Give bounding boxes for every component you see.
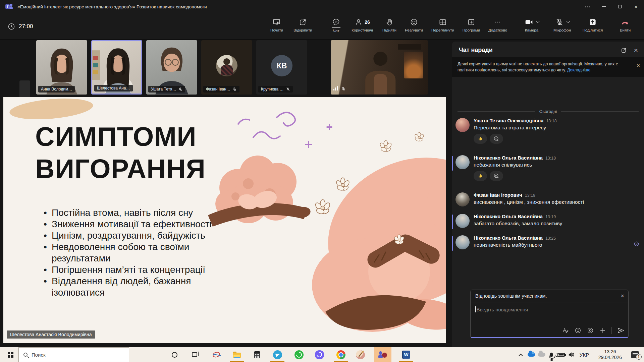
tray-cloud-app[interactable] <box>537 347 546 362</box>
participant-avatar-photo <box>216 55 237 76</box>
participant-tile-anna[interactable]: Анна Володим… <box>36 40 87 95</box>
message-input[interactable]: Введіть повідомлення <box>471 302 628 337</box>
leave-button[interactable]: Вийти <box>613 16 637 32</box>
taskbar-app-telegram[interactable] <box>269 347 285 362</box>
chat-button[interactable]: Чат <box>326 16 346 33</box>
participant-name: Анна Володим… <box>41 87 72 92</box>
slide-bullet: Цинізм, роздратування, байдужість <box>41 230 224 241</box>
toolbar-separator <box>323 21 323 34</box>
notification-badge: 1 <box>636 354 642 360</box>
calculator-icon <box>254 351 260 358</box>
maximize-icon <box>618 5 622 8</box>
participant-tile-fazan[interactable]: Фазан Іван… <box>201 40 252 95</box>
dismiss-reply-banner-icon[interactable]: × <box>621 293 624 299</box>
message-input-placeholder: Введіть повідомлення <box>477 307 528 312</box>
taskbar-search[interactable]: Поиск <box>18 347 129 362</box>
taskbar-app-whatsapp[interactable] <box>291 347 307 362</box>
chrome-icon <box>336 350 345 359</box>
notification-center-button[interactable]: 1 <box>629 347 641 362</box>
message-author: Фазан Іван Ігорович <box>474 192 522 198</box>
tray-show-hidden-icons[interactable] <box>517 347 525 362</box>
thumbs-up-reaction[interactable] <box>474 171 487 181</box>
participant-tile-krupnova[interactable]: КВ Крупнова … <box>256 40 307 95</box>
apps-button[interactable]: Програми <box>459 16 484 33</box>
titlebar-more-button[interactable] <box>580 0 596 13</box>
participant-tile-ushata[interactable]: Ушата Тетя… <box>146 40 197 95</box>
start-button[interactable] <box>3 347 17 362</box>
camera-options-chevron-icon[interactable] <box>536 19 539 23</box>
mic-options-chevron-icon[interactable] <box>566 19 570 23</box>
taskbar-app-viber[interactable] <box>311 347 327 362</box>
minimize-button[interactable] <box>596 0 612 13</box>
loop-component-icon[interactable] <box>587 327 594 334</box>
more-actions-button[interactable]: Додатково <box>484 16 511 33</box>
taskbar-app-paint[interactable] <box>352 347 368 362</box>
task-view-button[interactable] <box>186 347 203 362</box>
maximize-button[interactable] <box>612 0 628 13</box>
task-view-icon <box>192 352 197 357</box>
tray-onedrive[interactable] <box>527 347 536 362</box>
send-message-icon[interactable] <box>617 326 625 335</box>
participant-tile-shelestova[interactable]: Шелестова Ана… <box>91 40 142 95</box>
teams-meeting-window: T «Емоційний інтелект як ресурс ментальн… <box>0 0 644 362</box>
message-time: 13:19 <box>525 193 535 198</box>
raise-hand-button[interactable]: Підняти <box>378 16 400 33</box>
participant-name: Шелестова Ана… <box>97 86 130 90</box>
popout-chat-icon[interactable] <box>621 47 627 54</box>
participant-name: Ушата Тетя… <box>151 87 176 92</box>
react-button[interactable]: Реагувати <box>401 16 427 33</box>
add-reaction-button[interactable] <box>490 134 503 144</box>
toolbar-group-leave: Вийти <box>613 16 637 32</box>
mic-muted-icon <box>341 86 346 91</box>
presenter-name-label: Шелестова Анастасія Володимирівна <box>7 330 95 339</box>
message-time: 13:18 <box>546 119 556 123</box>
participants-button[interactable]: 26 Користувачі <box>347 16 378 33</box>
tray-microphone[interactable] <box>547 347 555 362</box>
taskbar-app-opera[interactable] <box>166 347 182 362</box>
day-divider: Сьогодні <box>458 109 639 114</box>
start-presenting-button[interactable]: Почати <box>264 16 289 32</box>
dismiss-notice-icon[interactable]: × <box>637 63 640 68</box>
avatar <box>455 235 470 249</box>
unpin-button[interactable]: Відкріпити <box>290 16 316 32</box>
taskbar-app-snipping[interactable] <box>208 347 224 362</box>
emoji-picker-icon[interactable] <box>574 327 582 334</box>
taskbar-app-calculator[interactable] <box>249 347 265 362</box>
taskbar-app-word[interactable]: W <box>398 347 414 362</box>
share-button[interactable]: Поділитися <box>578 16 607 32</box>
tray-volume[interactable] <box>567 347 576 362</box>
taskbar-app-teams-active[interactable] <box>374 347 391 362</box>
spotlight-video-tile[interactable] <box>331 40 428 95</box>
window-title: «Емоційний інтелект як ресурс ментальног… <box>17 4 207 9</box>
microphone-in-use-icon <box>550 353 553 357</box>
taskbar-app-chrome[interactable] <box>333 347 349 362</box>
speaker-icon <box>568 351 575 358</box>
word-icon: W <box>402 351 410 359</box>
thumbs-up-reaction[interactable] <box>474 134 487 144</box>
participant-initials-avatar: КВ <box>271 55 292 76</box>
language-indicator[interactable]: УКР <box>578 347 591 362</box>
message-time: 13:25 <box>545 236 556 241</box>
clock-date: 29.04.2026 <box>598 355 622 360</box>
snipping-tool-icon <box>212 351 221 358</box>
taskbar-clock[interactable]: 13:26 29.04.2026 <box>592 347 628 362</box>
close-chat-icon[interactable]: × <box>634 47 638 54</box>
telegram-icon <box>273 350 282 359</box>
titlebar: T «Емоційний інтелект як ресурс ментальн… <box>0 0 644 13</box>
avatar <box>455 155 470 169</box>
tray-battery[interactable] <box>556 347 566 362</box>
taskbar-app-explorer[interactable] <box>229 347 245 362</box>
learn-more-link[interactable]: Докладніше <box>567 68 590 72</box>
burnout-illustration <box>198 97 446 332</box>
format-text-icon[interactable] <box>562 327 569 334</box>
attach-plus-icon[interactable] <box>599 327 606 334</box>
close-window-button[interactable]: × <box>628 0 644 13</box>
add-reaction-button[interactable] <box>490 171 503 181</box>
seen-indicator-icon <box>634 241 639 248</box>
timer-icon <box>7 22 15 31</box>
mic-muted-icon <box>178 87 182 92</box>
camera-button[interactable]: Камера <box>517 16 546 32</box>
message-author: Ніколаєнко Ольга Василівна <box>474 235 543 241</box>
microphone-button[interactable]: Мікрофон <box>547 16 578 32</box>
view-button[interactable]: Переглянути <box>427 16 458 33</box>
